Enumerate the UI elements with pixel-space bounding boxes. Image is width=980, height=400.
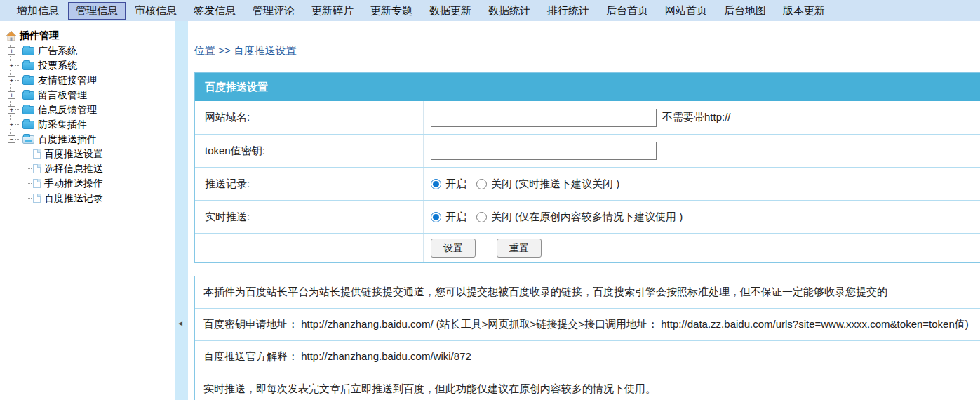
folder-icon [22,76,34,85]
token-input[interactable] [431,142,657,160]
sidebar-item-friend-links[interactable]: + 友情链接管理 [6,73,175,88]
page-icon [33,194,41,203]
realtime-on-label[interactable]: 开启 [445,211,466,224]
tree-dash [27,154,32,154]
realtime-label: 实时推送: [195,201,424,233]
panel-title: 百度推送设置 [195,73,980,101]
push-log-on-radio[interactable] [431,179,441,189]
realtime-note: (仅在原创内容较多情况下建议使用 ) [515,211,683,224]
info-row-realtime-note: 实时推送，即每次发表完文章后立即推送到百度，但此功能仅建议在原创内容较多的情况下… [195,373,980,400]
page-icon [33,164,41,173]
tree-dash [15,80,20,81]
domain-hint: 不需要带http:// [662,111,731,124]
baidu-push-settings-panel: 百度推送设置 网站域名: 不需要带http:// token值密钥: 推送记录: [194,72,980,263]
tree-dash [15,124,20,125]
page-icon [33,149,41,159]
info-row-description: 本插件为百度站长平台为站长提供链接提交通道，您可以提交想被百度收录的链接，百度搜… [195,276,980,308]
info-row-official-doc-url: 百度推送官方解释： http://zhanzhang.baidu.com/wik… [195,340,980,373]
domain-input[interactable] [431,109,657,127]
top-navigation: 增加信息 管理信息 审核信息 签发信息 管理评论 更新碎片 更新专题 数据更新 … [0,0,980,21]
sidebar-item-ad-system[interactable]: + 广告系统 [6,44,175,58]
push-log-on-label[interactable]: 开启 [445,178,466,191]
empty-label-cell [195,234,424,262]
admin-page: 增加信息 管理信息 审核信息 签发信息 管理评论 更新碎片 更新专题 数据更新 … [0,0,980,400]
folder-icon [22,91,34,100]
token-label: token值密钥: [195,135,424,167]
home-icon [6,31,17,41]
expand-icon[interactable]: + [8,106,15,114]
realtime-off-label[interactable]: 关闭 [491,211,512,224]
nav-item-site-home[interactable]: 网站首页 [657,2,715,20]
tree-dash [15,139,20,140]
sidebar-divider [175,21,188,400]
sidebar-item-anti-scrape[interactable]: + 防采集插件 [6,117,175,132]
submit-button[interactable]: 设置 [431,239,476,258]
sidebar-item-feedback[interactable]: + 信息反馈管理 [6,102,175,117]
sidebar: 插件管理 + 广告系统 + 投票系统 + 友情链接管理 + 留言板管理 [0,21,175,400]
expand-icon[interactable]: + [8,76,15,84]
nav-item-manage-comments[interactable]: 管理评论 [245,2,302,20]
realtime-off-radio[interactable] [476,212,487,222]
nav-item-data-update[interactable]: 数据更新 [422,2,479,20]
main-content: 位置 >> 百度推送设置 百度推送设置 网站域名: 不需要带http:// to… [194,21,980,400]
push-log-off-radio[interactable] [476,179,487,189]
push-log-off-label[interactable]: 关闭 [491,178,512,191]
plugin-tree: 插件管理 + 广告系统 + 投票系统 + 友情链接管理 + 留言板管理 [0,21,175,206]
tree-dash [15,51,20,51]
form-row-buttons: 设置 重置 [195,233,980,262]
form-row-push-log: 推送记录: 开启 关闭 (实时推送下建议关闭 ) [195,167,980,200]
form-row-token: token值密钥: [195,134,980,167]
domain-label: 网站域名: [195,101,424,134]
nav-item-admin-map[interactable]: 后台地图 [716,2,774,20]
nav-item-update-fragments[interactable]: 更新碎片 [304,2,361,20]
form-row-domain: 网站域名: 不需要带http:// [195,101,980,134]
folder-icon [22,106,34,114]
nav-item-version-update[interactable]: 版本更新 [775,2,833,20]
info-row-key-apply-url: 百度密钥申请地址： http://zhanzhang.baidu.com/ (站… [195,308,980,340]
sidebar-title-label: 插件管理 [20,29,59,42]
sidebar-item-baidu-push-settings[interactable]: 百度推送设置 [27,147,175,161]
nav-item-ranking-stats[interactable]: 排行统计 [539,2,597,20]
tree-dash [27,198,32,199]
tree-dash [15,65,20,66]
nav-item-update-topics[interactable]: 更新专题 [363,2,420,20]
expand-icon[interactable]: + [8,121,15,128]
nav-item-data-stats[interactable]: 数据统计 [481,2,538,20]
push-log-label: 推送记录: [195,168,424,200]
sidebar-item-vote-system[interactable]: + 投票系统 [6,58,175,73]
breadcrumb: 位置 >> 百度推送设置 [194,44,980,58]
nav-item-add-info[interactable]: 增加信息 [9,2,67,20]
nav-item-issue-info[interactable]: 签发信息 [186,2,243,20]
tree-dash [27,168,32,169]
nav-item-admin-home[interactable]: 后台首页 [598,2,656,20]
folder-icon [22,121,34,129]
page-icon [33,179,41,188]
collapse-icon[interactable]: − [8,135,15,143]
folder-icon [22,47,34,55]
expand-icon[interactable]: + [8,47,15,55]
sidebar-item-manual-push[interactable]: 手动推送操作 [27,176,175,191]
expand-icon[interactable]: + [8,62,15,69]
nav-item-review-info[interactable]: 审核信息 [127,2,184,20]
open-folder-icon [22,135,34,144]
tree-dash [15,95,20,95]
help-info-panel: 本插件为百度站长平台为站长提供链接提交通道，您可以提交想被百度收录的链接，百度搜… [194,276,980,400]
reset-button[interactable]: 重置 [497,239,542,258]
sidebar-collapse-arrow-icon[interactable]: ◄ [177,319,184,327]
sidebar-title: 插件管理 [6,28,175,44]
form-row-realtime: 实时推送: 开启 关闭 (仅在原创内容较多情况下建议使用 ) [195,200,980,233]
tree-dash [27,183,32,184]
push-log-note: (实时推送下建议关闭 ) [515,178,619,191]
sidebar-item-baidu-push-plugin[interactable]: − 百度推送插件 [6,132,175,147]
folder-icon [22,62,34,70]
tree-dash [15,109,20,110]
nav-item-manage-info[interactable]: 管理信息 [68,2,126,20]
sidebar-item-push-log[interactable]: 百度推送记录 [27,191,175,206]
realtime-on-radio[interactable] [431,212,441,222]
sidebar-item-message-board[interactable]: + 留言板管理 [6,88,175,102]
sidebar-item-select-info-push[interactable]: 选择信息推送 [27,161,175,176]
expand-icon[interactable]: + [8,91,15,99]
